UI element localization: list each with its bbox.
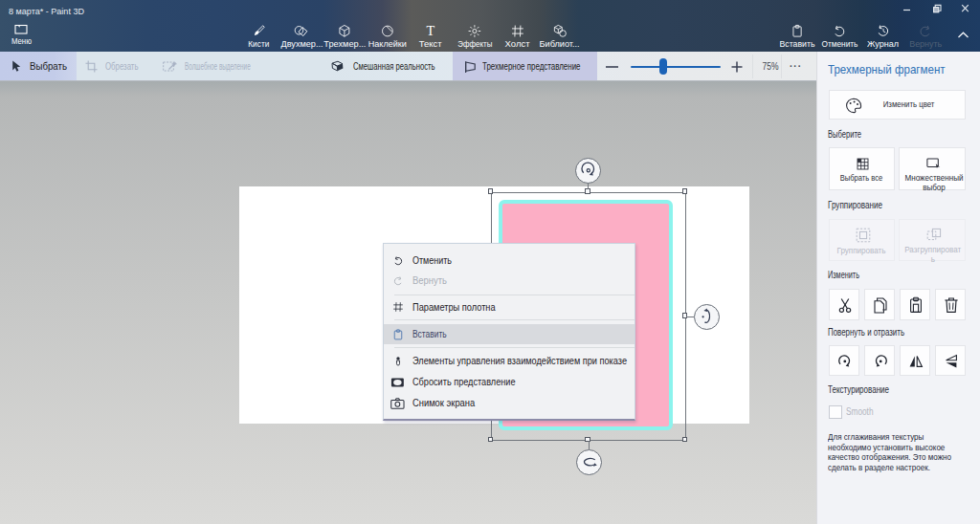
svg-text:T: T	[427, 24, 435, 38]
